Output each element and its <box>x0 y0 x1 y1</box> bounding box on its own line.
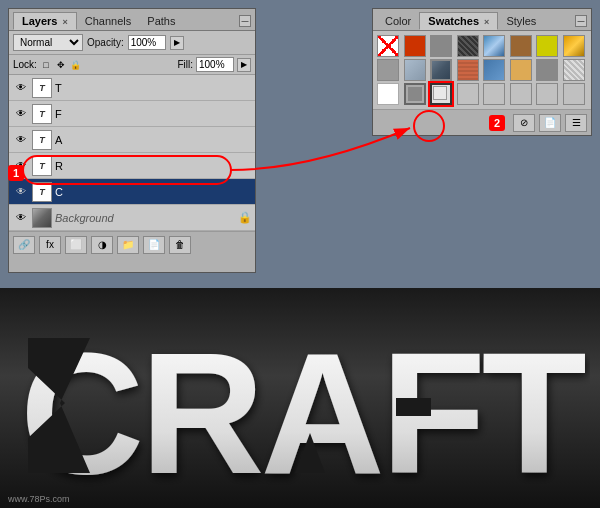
lock-pixels-icon[interactable]: □ <box>40 59 52 71</box>
swatch-14[interactable] <box>536 59 558 81</box>
swatch-9[interactable] <box>404 59 426 81</box>
swatch-12[interactable] <box>483 59 505 81</box>
fill-label: Fill: <box>177 59 193 70</box>
opacity-input[interactable] <box>128 35 166 50</box>
swatch-1[interactable] <box>404 35 426 57</box>
swatch-22[interactable] <box>563 83 585 105</box>
new-layer-btn[interactable]: 📄 <box>143 236 165 254</box>
layer-mode-controls: Normal Multiply Screen Opacity: ▶ <box>9 31 255 55</box>
lock-all-icon[interactable]: 🔒 <box>70 59 82 71</box>
layer-name-T: T <box>55 82 252 94</box>
layer-list: 👁 T T 👁 T F 👁 T A 👁 T R <box>9 75 255 231</box>
close-swatches-tab[interactable]: × <box>484 17 489 27</box>
layer-row-R[interactable]: 👁 T R <box>9 153 255 179</box>
swatch-delete-btn[interactable]: ⊘ <box>513 114 535 132</box>
layer-row-C[interactable]: 👁 T C <box>9 179 255 205</box>
lock-fill-row: Lock: □ ✥ 🔒 Fill: ▶ <box>9 55 255 75</box>
layer-row-background[interactable]: 👁 Background 🔒 <box>9 205 255 231</box>
tab-channels[interactable]: Channels <box>77 13 139 29</box>
swatch-18[interactable] <box>457 83 479 105</box>
swatch-selected[interactable] <box>430 83 452 105</box>
lock-label: Lock: <box>13 59 37 70</box>
layer-thumb-T: T <box>32 78 52 98</box>
layer-name-R: R <box>55 160 252 172</box>
layer-thumb-A: T <box>32 130 52 150</box>
delete-layer-btn[interactable]: 🗑 <box>169 236 191 254</box>
eye-icon-background[interactable]: 👁 <box>12 209 30 227</box>
craft-svg: CRAFT <box>10 303 590 493</box>
tab-color[interactable]: Color <box>377 13 419 29</box>
swatch-none[interactable] <box>377 35 399 57</box>
layer-thumb-R: T <box>32 156 52 176</box>
close-layers-tab[interactable]: × <box>63 17 68 27</box>
f-crossbar-cutout <box>396 398 431 416</box>
swatch-2[interactable] <box>430 35 452 57</box>
swatch-create-btn[interactable]: 📄 <box>539 114 561 132</box>
swatch-3[interactable] <box>457 35 479 57</box>
craft-text-display: CRAFT <box>0 288 600 508</box>
layer-name-A: A <box>55 134 252 146</box>
swatch-17[interactable] <box>404 83 426 105</box>
fill-arrow-btn[interactable]: ▶ <box>237 58 251 72</box>
swatches-panel: Color Swatches × Styles — <box>372 8 592 136</box>
swatch-15[interactable] <box>563 59 585 81</box>
layer-row-T[interactable]: 👁 T T <box>9 75 255 101</box>
swatch-11[interactable] <box>457 59 479 81</box>
tab-swatches[interactable]: Swatches × <box>419 12 498 30</box>
opacity-label: Opacity: <box>87 37 124 48</box>
swatches-panel-tabs: Color Swatches × Styles — <box>373 9 591 31</box>
lock-move-icon[interactable]: ✥ <box>55 59 67 71</box>
tab-layers[interactable]: Layers × <box>13 12 77 30</box>
opacity-arrow-btn[interactable]: ▶ <box>170 36 184 50</box>
swatch-10[interactable] <box>430 59 452 81</box>
layer-row-F[interactable]: 👁 T F <box>9 101 255 127</box>
watermark: www.78Ps.com <box>8 494 70 504</box>
swatch-13[interactable] <box>510 59 532 81</box>
layer-effects-btn[interactable]: fx <box>39 236 61 254</box>
layers-panel: Layers × Channels Paths — Normal Multipl… <box>8 8 256 273</box>
layer-thumb-background <box>32 208 52 228</box>
layers-panel-tabs: Layers × Channels Paths — <box>9 9 255 31</box>
eye-icon-C[interactable]: 👁 <box>12 183 30 201</box>
swatch-8[interactable] <box>377 59 399 81</box>
layer-row-A[interactable]: 👁 T A <box>9 127 255 153</box>
eye-icon-T[interactable]: 👁 <box>12 79 30 97</box>
swatch-4[interactable] <box>483 35 505 57</box>
swatch-19[interactable] <box>483 83 505 105</box>
link-layers-btn[interactable]: 🔗 <box>13 236 35 254</box>
blend-mode-select[interactable]: Normal Multiply Screen <box>13 34 83 51</box>
annotation-1: 1 <box>8 165 24 181</box>
eye-icon-F[interactable]: 👁 <box>12 105 30 123</box>
annotation-2: 2 <box>489 115 505 131</box>
new-group-btn[interactable]: 📁 <box>117 236 139 254</box>
panel-minimize-btn[interactable]: — <box>239 15 251 27</box>
layer-name-C: C <box>55 186 252 198</box>
add-adjustment-btn[interactable]: ◑ <box>91 236 113 254</box>
add-mask-btn[interactable]: ⬜ <box>65 236 87 254</box>
lock-background-icon: 🔒 <box>238 211 252 225</box>
fill-input[interactable] <box>196 57 234 72</box>
layer-thumb-F: T <box>32 104 52 124</box>
eye-icon-A[interactable]: 👁 <box>12 131 30 149</box>
swatch-20[interactable] <box>510 83 532 105</box>
swatch-grid <box>373 31 591 109</box>
swatches-footer: 2 ⊘ 📄 ☰ <box>373 109 591 135</box>
swatch-6[interactable] <box>536 35 558 57</box>
tab-paths[interactable]: Paths <box>139 13 183 29</box>
swatch-16[interactable] <box>377 83 399 105</box>
swatch-menu-btn[interactable]: ☰ <box>565 114 587 132</box>
tab-styles[interactable]: Styles <box>498 13 544 29</box>
layer-name-F: F <box>55 108 252 120</box>
bottom-canvas-area: CRAFT www.78Ps.com <box>0 288 600 508</box>
layer-name-background: Background <box>55 212 236 224</box>
swatch-7[interactable] <box>563 35 585 57</box>
swatches-minimize-btn[interactable]: — <box>575 15 587 27</box>
swatch-21[interactable] <box>536 83 558 105</box>
layers-panel-footer: 🔗 fx ⬜ ◑ 📁 📄 🗑 <box>9 231 255 257</box>
layer-thumb-C: T <box>32 182 52 202</box>
swatch-5[interactable] <box>510 35 532 57</box>
